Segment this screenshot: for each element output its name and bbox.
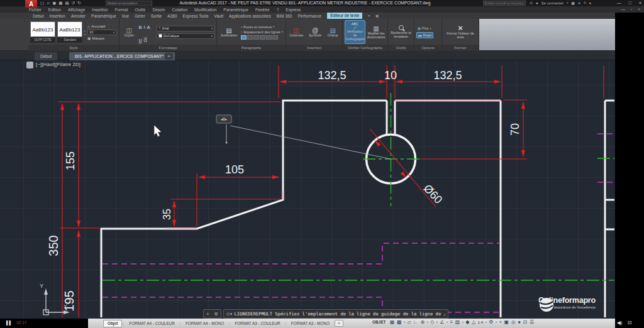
ribbon-tab-parametrique[interactable]: Paramétrique <box>91 14 116 18</box>
file-tab-document[interactable]: 601- APPLICATION ...ERCICE COMPOSANT*× <box>69 52 175 60</box>
ribbon-tab-vue[interactable]: Vue <box>122 14 130 18</box>
dim-hole-diameter[interactable]: Ø60 <box>421 182 445 207</box>
command-expand-icon[interactable]: ▴ <box>443 312 445 316</box>
ortho-icon[interactable]: ∟ <box>413 319 418 325</box>
annotation-monitor-icon[interactable]: + <box>499 319 502 325</box>
ribbon-tab-insertion[interactable]: Insertion <box>50 14 65 18</box>
font-select[interactable]: T Arial ▾ <box>157 26 214 31</box>
restore-button[interactable]: □ <box>629 1 631 5</box>
command-line[interactable]: ⊙▾ LIGNEDEREPMULT Spécifiez l'emplacemen… <box>223 309 448 319</box>
align-distribute-button[interactable] <box>266 35 272 40</box>
menu-fenetre[interactable]: Fenêtre <box>255 8 270 12</box>
plus-button[interactable]: ▦ Plus ▾ <box>416 26 433 31</box>
recent-commands-icon[interactable]: ⊙▾ <box>226 312 232 317</box>
plot-icon[interactable]: ▤ <box>65 1 69 6</box>
text-style-standard[interactable]: AaBb123 Standard <box>57 21 82 43</box>
ribbon-tab-vault[interactable]: Vault <box>214 14 224 18</box>
part-outline[interactable] <box>101 101 614 317</box>
viewport-nav-widget[interactable] <box>26 62 33 68</box>
close-text-editor-button[interactable]: × Fermer l'éditeur de texte <box>444 20 477 44</box>
command-close-icon[interactable]: × <box>206 312 209 316</box>
ribbon-tab-annoter[interactable]: Annoter <box>71 14 86 18</box>
sign-in-caret-icon[interactable]: ▾ <box>567 1 568 4</box>
ribbon-tab-a360[interactable]: A360 <box>167 14 177 18</box>
leader-grip-icon[interactable]: ◂‖▸ <box>221 117 227 121</box>
menu-format[interactable]: Format <box>115 8 128 12</box>
minimize-button[interactable]: — <box>617 1 621 5</box>
chevron-down-icon[interactable]: ▾ <box>436 320 438 324</box>
layout-tab-objet[interactable]: Objet <box>103 320 122 327</box>
champ-button[interactable]: ▤ Champ <box>325 20 340 44</box>
lineweight-icon[interactable]: ≡ <box>450 319 453 325</box>
align-extra-button[interactable] <box>272 35 278 40</box>
ribbon-tab-express-tools[interactable]: Express Tools <box>183 14 209 18</box>
dim-gap[interactable]: 10 <box>384 69 397 82</box>
regle-toggle[interactable]: ▬ Règle <box>416 32 433 38</box>
ribbon-tab-editeur-texte[interactable]: Éditeur de texte <box>327 13 362 19</box>
snap-mode-icon[interactable]: ▩ <box>397 319 402 325</box>
align-left-button[interactable] <box>241 35 247 40</box>
doc-restore-button[interactable]: ▫ <box>631 7 632 11</box>
menu-cotation[interactable]: Cotation <box>172 8 188 12</box>
annotation-visibility-icon[interactable]: △ <box>472 319 475 325</box>
chevron-down-icon[interactable]: ▾ <box>404 320 405 324</box>
infer-constraints-icon[interactable]: ▱ <box>407 319 411 325</box>
align-center-button[interactable] <box>247 35 253 40</box>
undo-icon[interactable]: ↺ <box>72 1 75 6</box>
save-icon[interactable]: ▣ <box>52 1 56 6</box>
style-scroll-up-icon[interactable]: ▴ <box>84 29 86 32</box>
doc-close-button[interactable]: × <box>638 7 640 11</box>
overline-button[interactable]: O <box>144 38 147 43</box>
workspace-selector[interactable]: Dessin et annotation <box>106 1 152 6</box>
clean-screen-icon[interactable]: ⊡ <box>523 319 527 325</box>
bullets-button[interactable]: Puces et numéros <box>243 25 272 29</box>
menu-aide[interactable]: ? <box>277 8 279 12</box>
justification-button[interactable]: ▤ Justification <box>219 20 239 44</box>
layout-tab-a4-couleur[interactable]: FORMAT A4 - COULEUR <box>125 321 179 325</box>
menu-outils[interactable]: Outils <box>135 8 146 12</box>
menu-insertion[interactable]: Insertion <box>92 8 108 12</box>
dim-top-right[interactable]: 132,5 <box>433 69 462 82</box>
menu-express[interactable]: Express <box>286 8 301 12</box>
annotatif-toggle[interactable]: Annotatif <box>91 25 105 28</box>
doc-minimize-button[interactable]: — <box>621 7 625 11</box>
ribbon-tab-applications[interactable]: Applications associées <box>229 14 271 18</box>
edit-dictionaries-button[interactable]: ▥ Modifier les dictionnaires <box>367 20 386 44</box>
new-file-icon[interactable]: ▢ <box>40 1 44 6</box>
grid-icon[interactable]: ▦ <box>390 319 395 325</box>
workspace-switch-icon[interactable]: ⚙ <box>489 319 493 325</box>
style-scroll-down-icon[interactable]: ▾ <box>84 33 86 36</box>
ribbon-tab-gerer[interactable]: Gérer <box>135 14 145 18</box>
centerlines[interactable] <box>103 93 614 280</box>
spell-check-button[interactable]: ABC ✓ Vérification de l'orthographe <box>345 20 365 44</box>
selection-cycling-icon[interactable]: ◆ <box>465 319 469 325</box>
ribbon-tab-performance[interactable]: Performance <box>297 14 321 18</box>
ribbon-collapse-icon[interactable]: ▾ <box>368 14 370 18</box>
polar-tracking-icon[interactable]: ⊕ <box>420 319 425 325</box>
multileader-preview[interactable]: ◂‖▸ <box>216 115 391 159</box>
chevron-down-icon[interactable]: ▾ <box>462 320 464 324</box>
dim-left-total[interactable]: 350 <box>47 235 60 256</box>
dim-right-height[interactable]: 70 <box>509 123 521 136</box>
text-style-olfp-cote[interactable]: AaBb123 OLFP COTE <box>30 21 55 43</box>
redo-icon[interactable]: ↻ <box>77 1 80 6</box>
exchange-apps-icon[interactable]: ▦ <box>571 1 575 5</box>
hardware-acceleration-icon[interactable]: ● <box>518 319 521 325</box>
pause-icon[interactable]: ▌▌ <box>6 320 12 325</box>
copier-button[interactable]: ◫ Copier <box>121 20 137 44</box>
new-layout-button[interactable]: + <box>335 320 343 327</box>
customize-icon[interactable]: ☰ <box>530 319 534 325</box>
hidden-lines[interactable] <box>103 134 614 312</box>
bold-button[interactable]: B <box>139 25 142 30</box>
layout-tab-a3-mono[interactable]: FORMAT A3 - MONO <box>287 321 333 325</box>
menu-modification[interactable]: Modification <box>194 8 216 12</box>
isolate-objects-icon[interactable]: ◎ <box>511 319 516 325</box>
second-part-strip[interactable] <box>605 101 614 317</box>
close-button[interactable]: × <box>639 1 641 5</box>
underline-button[interactable]: U <box>139 38 142 43</box>
menu-parametrique[interactable]: Paramétrique <box>223 8 248 12</box>
menu-dessin[interactable]: Dessin <box>152 8 165 12</box>
ribbon-tab-sortie[interactable]: Sortie <box>151 14 162 18</box>
search-input[interactable] <box>483 1 526 6</box>
fullscreen-icon[interactable]: ⊡ <box>628 320 631 325</box>
